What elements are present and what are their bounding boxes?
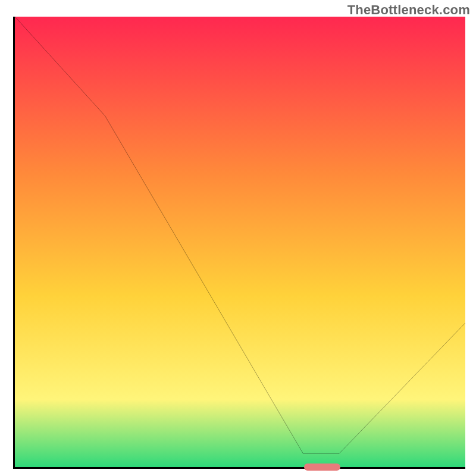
plot-svg [15, 17, 465, 467]
optimal-range-marker [304, 464, 340, 471]
watermark-text: TheBottleneck.com [347, 2, 470, 18]
chart-wrap: TheBottleneck.com [0, 0, 476, 476]
gradient-background [15, 17, 465, 467]
plot-area [13, 17, 465, 469]
